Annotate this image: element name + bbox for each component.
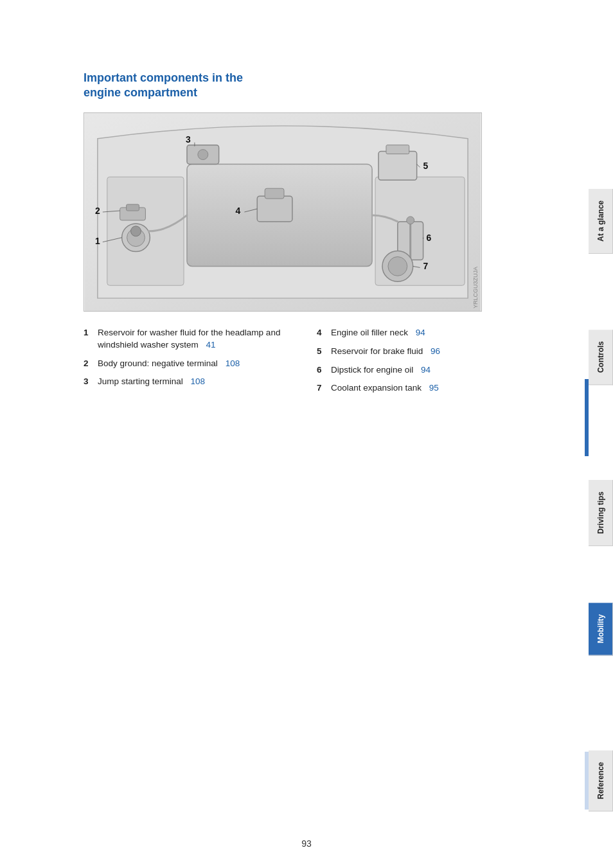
sidebar-tab-driving-tips[interactable]: Driving tips: [589, 480, 613, 546]
list-item-3: 3 Jump starting terminal 108: [84, 376, 317, 388]
main-content: Important components in the engine compa…: [0, 0, 589, 868]
svg-point-10: [198, 149, 208, 159]
svg-rect-14: [386, 145, 409, 154]
svg-rect-12: [265, 188, 284, 199]
item-1-text: Reservoir for washer fluid for the headl…: [98, 327, 317, 351]
list-item-7: 7 Coolant expansion tank 95: [317, 382, 550, 394]
item-5-num: 5: [317, 346, 331, 358]
engine-compartment-image: 1 2 3 4 5 6 7: [84, 112, 482, 312]
item-7-text: Coolant expansion tank 95: [331, 382, 550, 394]
item-1-pageref[interactable]: 41: [206, 340, 216, 350]
title-line1: Important components in the: [84, 71, 243, 84]
svg-rect-11: [257, 196, 292, 222]
item-2-num: 2: [84, 358, 98, 370]
list-item-2: 2 Body ground: negative terminal 108: [84, 358, 317, 370]
svg-text:6: 6: [427, 232, 432, 242]
page-number: 93: [301, 838, 312, 849]
svg-rect-8: [127, 204, 139, 211]
item-3-text: Jump starting terminal 108: [98, 376, 317, 388]
item-5-pageref[interactable]: 96: [431, 346, 440, 356]
item-2-pageref[interactable]: 108: [226, 359, 240, 368]
svg-text:2: 2: [95, 206, 100, 216]
title-line2: engine compartment: [84, 86, 197, 99]
item-6-num: 6: [317, 364, 331, 376]
item-3-num: 3: [84, 376, 98, 388]
svg-point-19: [388, 256, 407, 276]
item-3-pageref[interactable]: 108: [191, 376, 206, 386]
item-7-pageref[interactable]: 95: [429, 383, 439, 393]
sidebar-tab-reference[interactable]: Reference: [589, 750, 613, 811]
list-item-4: 4 Engine oil filler neck 94: [317, 327, 550, 339]
svg-text:1: 1: [95, 235, 100, 245]
sidebar-tab-controls[interactable]: Controls: [589, 330, 613, 385]
section-title: Important components in the engine compa…: [84, 71, 550, 101]
components-list: 1 Reservoir for washer fluid for the hea…: [84, 327, 550, 402]
sidebar-tab-mobility[interactable]: Mobility: [589, 603, 613, 655]
svg-point-17: [407, 217, 414, 224]
item-1-num: 1: [84, 327, 98, 339]
list-item-1: 1 Reservoir for washer fluid for the hea…: [84, 327, 317, 351]
list-column-right: 4 Engine oil filler neck 94 5 Reservoir …: [317, 327, 550, 402]
svg-text:4: 4: [235, 206, 240, 216]
svg-text:5: 5: [423, 161, 429, 171]
svg-text:3: 3: [186, 134, 191, 144]
item-4-pageref[interactable]: 94: [416, 328, 425, 337]
item-6-pageref[interactable]: 94: [421, 365, 431, 375]
sidebar: At a glance Controls Driving tips Mobili…: [589, 0, 613, 868]
list-item-5: 5 Reservoir for brake fluid 96: [317, 346, 550, 358]
svg-rect-13: [378, 151, 417, 180]
image-watermark: YRLCGU3ZUJA: [472, 267, 479, 308]
item-4-num: 4: [317, 327, 331, 339]
item-4-text: Engine oil filler neck 94: [331, 327, 550, 339]
svg-text:7: 7: [423, 261, 429, 271]
list-column-left: 1 Reservoir for washer fluid for the hea…: [84, 327, 317, 402]
svg-point-6: [131, 226, 141, 236]
list-item-6: 6 Dipstick for engine oil 94: [317, 364, 550, 376]
item-2-text: Body ground: negative terminal 108: [98, 358, 317, 370]
engine-drawing: 1 2 3 4 5 6 7: [84, 113, 481, 311]
sidebar-tab-at-a-glance[interactable]: At a glance: [589, 189, 613, 254]
item-6-text: Dipstick for engine oil 94: [331, 364, 550, 376]
item-7-num: 7: [317, 382, 331, 394]
item-5-text: Reservoir for brake fluid 96: [331, 346, 550, 358]
